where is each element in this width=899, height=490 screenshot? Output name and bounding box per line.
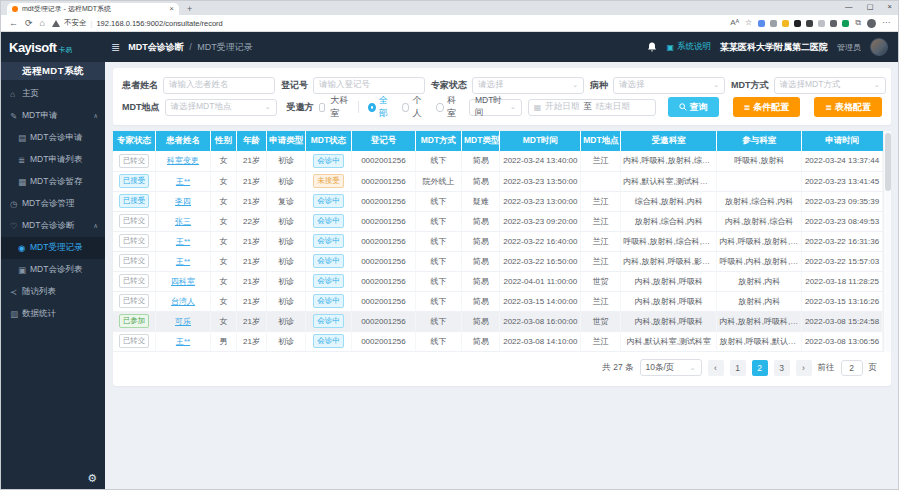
favorite-star-icon[interactable]: ☆: [745, 19, 752, 27]
table-row[interactable]: 已转交张三女22岁初诊会诊中0002001256线下简易2022-03-23 0…: [113, 211, 883, 231]
cell-reg-no: 0002001256: [351, 211, 415, 231]
page-button-3[interactable]: 3: [774, 360, 790, 376]
page-button-2[interactable]: 2: [752, 360, 768, 376]
sidebar-item-MDT会诊诊断[interactable]: ♡MDT会诊诊断∧: [1, 215, 105, 237]
sidebar-item-MDT受理记录[interactable]: ◉MDT受理记录: [1, 237, 105, 259]
expert-status-badge: 已参加: [119, 314, 150, 328]
sidebar-item-MDT会诊管理[interactable]: ◷MDT会诊管理: [1, 193, 105, 215]
cell-age: 22岁: [236, 211, 267, 231]
filter-select-专家状态[interactable]: 请选择⌄: [472, 77, 584, 94]
browser-profile-avatar[interactable]: [867, 19, 876, 28]
filter-select-MDT方式[interactable]: 请选择MDT方式⌄: [774, 77, 886, 94]
table-row[interactable]: 已转交四科室女21岁初诊会诊中0002001256线下简易2022-04-01 …: [113, 271, 883, 291]
window-maximize-button[interactable]: ▢: [867, 2, 874, 11]
radio-option-科室[interactable]: 科室: [436, 94, 460, 120]
extension-icon-4[interactable]: [794, 20, 801, 27]
table-row[interactable]: 已转交王**女21岁初诊会诊中0002001256线下简易2022-03-22 …: [113, 231, 883, 251]
scrollbar-thumb[interactable]: [885, 133, 891, 191]
sidebar-item-主页[interactable]: ⌂主页: [1, 83, 105, 105]
system-note-link[interactable]: ▣ 系统说明: [666, 41, 711, 53]
sidebar-item-数据统计[interactable]: ▥数据统计: [1, 303, 105, 325]
cell-reg-no: 0002001256: [351, 191, 415, 211]
big-dept-checkbox[interactable]: [319, 103, 326, 112]
table-scrollbar[interactable]: [883, 131, 891, 352]
user-avatar[interactable]: [870, 38, 888, 56]
filter-input-登记号[interactable]: 请输入登记号: [313, 77, 425, 94]
extension-icon-8[interactable]: [842, 20, 849, 27]
cell-invited-depts: 内科,放射科,呼吸科: [621, 291, 717, 311]
table-row[interactable]: 已转交台湾人女21岁初诊会诊中0002001256线下简易2022-03-15 …: [113, 291, 883, 311]
table-row[interactable]: 已转交王**女21岁初诊会诊中0002001256线下简易2022-03-22 …: [113, 251, 883, 271]
settings-gear-icon[interactable]: ⚙: [87, 472, 97, 485]
sidebar-item-MDT会诊列表[interactable]: ▣MDT会诊列表: [1, 259, 105, 281]
patient-name-link[interactable]: 张三: [175, 217, 191, 226]
table-row[interactable]: 已接受李四女21岁复诊会诊中0002001256线下疑难2022-03-23 1…: [113, 191, 883, 211]
new-tab-button[interactable]: +: [187, 3, 192, 15]
extension-icon-2[interactable]: [770, 20, 777, 27]
notification-bell-icon[interactable]: [647, 42, 657, 53]
expert-status-badge: 已转交: [119, 214, 150, 228]
sidebar-item-MDT会诊申请[interactable]: ▤MDT会诊申请: [1, 127, 105, 149]
table-row[interactable]: 已转交科室变更女21岁初诊会诊中0002001256线下简易2022-03-24…: [113, 151, 883, 171]
table-row[interactable]: 已转交王**男21岁初诊会诊中0002001256线下简易2022-03-08 …: [113, 331, 883, 351]
sidebar-item-随访列表[interactable]: ≺随访列表: [1, 281, 105, 303]
extension-icon-6[interactable]: [818, 20, 825, 27]
patient-name-link[interactable]: 王**: [176, 237, 190, 246]
url-box[interactable]: 不安全 | 192.168.0.156:9002/consultate/reco…: [52, 18, 723, 28]
next-page-button[interactable]: ›: [796, 360, 812, 376]
mdt-place-select[interactable]: 请选择MDT地点 ⌄: [165, 99, 277, 116]
table-row[interactable]: 已参加可乐女21岁初诊会诊中0002001256线下简易2022-03-08 1…: [113, 311, 883, 331]
expert-status-badge: 已转交: [119, 274, 150, 288]
sidebar-item-MDT会诊暂存[interactable]: ▦MDT会诊暂存: [1, 171, 105, 193]
back-icon[interactable]: ←: [9, 19, 18, 28]
text-zoom-icon[interactable]: Aᴬ: [730, 19, 739, 27]
goto-page-input[interactable]: 2: [841, 360, 863, 376]
prev-page-button[interactable]: ‹: [708, 360, 724, 376]
extension-icon-3[interactable]: [782, 20, 789, 27]
patient-name-link[interactable]: 李四: [175, 197, 191, 206]
tab-close-icon[interactable]: ×: [169, 5, 174, 13]
url-text: 192.168.0.156:9002/consultate/record: [96, 19, 222, 28]
search-button[interactable]: 查询: [668, 97, 719, 117]
patient-name-link[interactable]: 可乐: [175, 317, 191, 326]
refresh-icon[interactable]: ⟳: [25, 19, 33, 28]
cell-apply-type: 初诊: [267, 271, 305, 291]
window-close-button[interactable]: ×: [888, 2, 892, 11]
extension-icon-5[interactable]: [806, 20, 813, 27]
radio-option-全部[interactable]: 全部: [368, 94, 392, 120]
filter-input-患者姓名[interactable]: 请输入患者姓名: [163, 77, 275, 94]
table-config-button[interactable]: ≣ 表格配置: [814, 97, 882, 117]
time-field-select[interactable]: MDT时间 ⌄: [469, 99, 522, 116]
mdt-status-badge: 未接受: [313, 174, 344, 188]
radio-option-个人[interactable]: 个人: [402, 94, 426, 120]
breadcrumb-root[interactable]: MDT会诊诊断: [128, 42, 184, 52]
extension-icon-1[interactable]: [758, 20, 765, 27]
date-range-picker[interactable]: ▦ 开始日期 至 结束日期: [528, 99, 656, 116]
more-options-icon[interactable]: ⋯: [882, 19, 890, 27]
sidebar-item-MDT申请列表[interactable]: ≣MDT申请列表: [1, 149, 105, 171]
cell-mdt-time: 2022-03-15 14:00:00: [500, 291, 581, 311]
page-button-1[interactable]: 1: [730, 360, 746, 376]
page-size-select[interactable]: 10条/页 ⌄: [640, 359, 702, 376]
table-row[interactable]: 已接受王**女21岁初诊未接受0002001256院外线上简易2022-03-2…: [113, 171, 883, 191]
patient-name-link[interactable]: 四科室: [171, 277, 195, 286]
user-role[interactable]: 管理员: [837, 42, 861, 53]
window-minimize-button[interactable]: —: [845, 2, 853, 11]
patient-name-link[interactable]: 王**: [176, 337, 190, 346]
extension-icon-7[interactable]: [830, 20, 837, 27]
patient-name-link[interactable]: 王**: [176, 257, 190, 266]
home-icon[interactable]: ⌂: [40, 19, 45, 28]
patient-name-link[interactable]: 王**: [176, 177, 190, 186]
sidebar-item-MDT申请[interactable]: ✎MDT申请∧: [1, 105, 105, 127]
patient-name-link[interactable]: 台湾人: [171, 297, 195, 306]
app-logo[interactable]: Kayisoft 卡易: [1, 40, 105, 55]
patient-name-link[interactable]: 科室变更: [167, 156, 199, 165]
filter-select-病种[interactable]: 请选择⌄: [613, 77, 725, 94]
condition-config-button[interactable]: ≣ 条件配置: [733, 97, 801, 117]
split-screen-icon[interactable]: ⧉: [855, 19, 861, 27]
cell-apply-type: 初诊: [267, 331, 305, 351]
big-dept-checkbox-label[interactable]: 大科室: [330, 94, 348, 120]
cell-apply-type: 初诊: [267, 311, 305, 331]
browser-tab[interactable]: mdt受理记录 - 远程MDT系统 ×: [7, 3, 179, 15]
sidebar-collapse-icon[interactable]: ≣: [111, 41, 120, 54]
